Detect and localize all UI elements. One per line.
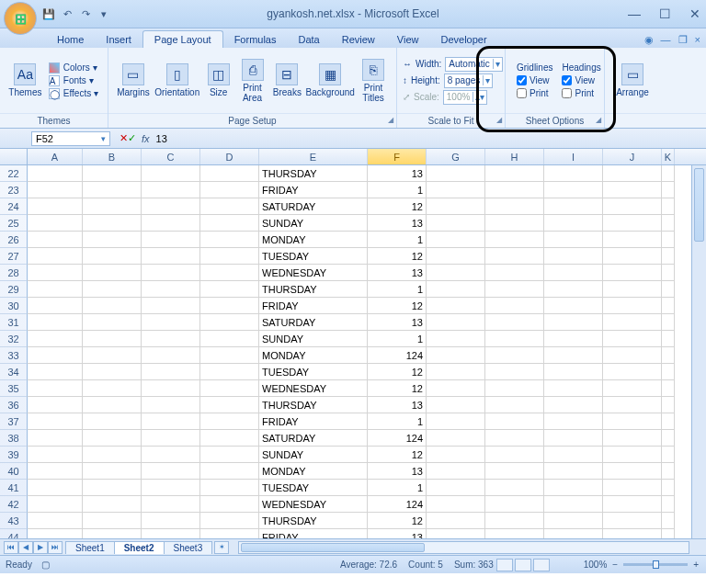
cancel-formula-icon[interactable]: ✕: [120, 132, 128, 144]
cell[interactable]: 12: [368, 513, 427, 529]
cell[interactable]: SATURDAY: [259, 314, 368, 331]
cell[interactable]: [485, 165, 544, 182]
column-header-C[interactable]: C: [142, 149, 200, 164]
enter-formula-icon[interactable]: ✓: [128, 132, 136, 144]
size-button[interactable]: ◫Size: [202, 63, 235, 97]
scroll-thumb[interactable]: [241, 543, 425, 552]
cell[interactable]: [200, 215, 259, 232]
tab-view[interactable]: View: [386, 31, 430, 48]
cell[interactable]: 13: [368, 463, 427, 480]
cell[interactable]: [603, 529, 662, 538]
cell[interactable]: [142, 298, 200, 314]
row-header[interactable]: 25: [0, 215, 28, 232]
cell[interactable]: [83, 463, 142, 480]
cell[interactable]: FRIDAY: [259, 298, 368, 314]
cell[interactable]: 13: [368, 529, 427, 538]
cell[interactable]: [662, 215, 675, 232]
row-header[interactable]: 41: [0, 480, 28, 496]
cell[interactable]: [544, 397, 603, 413]
cell[interactable]: MONDAY: [259, 463, 368, 480]
orientation-button[interactable]: ▯Orientation: [153, 63, 202, 97]
row-header[interactable]: 32: [0, 331, 28, 347]
cell[interactable]: [28, 331, 83, 347]
cell[interactable]: [544, 281, 603, 298]
cell[interactable]: [142, 529, 200, 538]
undo-icon[interactable]: ↶: [61, 7, 74, 20]
width-combo[interactable]: Automatic▾: [445, 57, 502, 72]
maximize-button[interactable]: ☐: [659, 6, 671, 21]
headings-view-checkbox[interactable]: View: [562, 75, 600, 85]
cell[interactable]: [427, 397, 485, 413]
cell[interactable]: [662, 380, 675, 397]
cell[interactable]: [427, 331, 485, 347]
dialog-launcher-icon[interactable]: ◢: [496, 116, 502, 124]
cell[interactable]: 1: [368, 232, 427, 248]
cell[interactable]: [200, 265, 259, 281]
cell[interactable]: [603, 380, 662, 397]
cell[interactable]: [142, 380, 200, 397]
cell[interactable]: [485, 331, 544, 347]
cell[interactable]: [603, 430, 662, 447]
cell[interactable]: SATURDAY: [259, 430, 368, 447]
cell[interactable]: [427, 496, 485, 513]
cell[interactable]: 1: [368, 480, 427, 496]
cell[interactable]: [544, 496, 603, 513]
cell[interactable]: [603, 496, 662, 513]
cell[interactable]: [200, 513, 259, 529]
name-box[interactable]: F52▾: [31, 131, 110, 146]
cell[interactable]: [662, 182, 675, 198]
cell[interactable]: [142, 165, 200, 182]
cell[interactable]: [83, 480, 142, 496]
page-break-view-button[interactable]: [533, 559, 550, 571]
cell[interactable]: [142, 513, 200, 529]
cell[interactable]: [28, 248, 83, 265]
cell[interactable]: [28, 447, 83, 463]
cell[interactable]: [662, 463, 675, 480]
cell[interactable]: [603, 347, 662, 364]
cell[interactable]: 124: [368, 430, 427, 447]
cell[interactable]: [142, 331, 200, 347]
zoom-slider[interactable]: [623, 563, 688, 566]
cell[interactable]: [485, 430, 544, 447]
cell[interactable]: [142, 447, 200, 463]
cell[interactable]: [83, 215, 142, 232]
cell[interactable]: [200, 198, 259, 215]
column-header-A[interactable]: A: [28, 149, 83, 164]
tab-data[interactable]: Data: [287, 31, 330, 48]
cell[interactable]: [485, 413, 544, 430]
minimize-button[interactable]: —: [628, 6, 641, 21]
new-sheet-button[interactable]: ✶: [214, 541, 229, 554]
cell[interactable]: [200, 380, 259, 397]
row-header[interactable]: 29: [0, 281, 28, 298]
cell[interactable]: [544, 447, 603, 463]
zoom-in-button[interactable]: +: [693, 560, 699, 570]
cell[interactable]: [427, 232, 485, 248]
office-button[interactable]: ⊞: [4, 2, 37, 35]
cell[interactable]: [28, 232, 83, 248]
cell[interactable]: [662, 232, 675, 248]
cell[interactable]: [544, 265, 603, 281]
cell[interactable]: 13: [368, 215, 427, 232]
cell[interactable]: THURSDAY: [259, 165, 368, 182]
cell[interactable]: [427, 513, 485, 529]
cell[interactable]: [83, 529, 142, 538]
print-titles-button[interactable]: ⎘Print Titles: [356, 59, 391, 103]
column-header-B[interactable]: B: [83, 149, 142, 164]
cell[interactable]: [544, 430, 603, 447]
cell[interactable]: 12: [368, 447, 427, 463]
cell[interactable]: [83, 248, 142, 265]
cell[interactable]: [200, 281, 259, 298]
cell[interactable]: [200, 430, 259, 447]
close-button[interactable]: ✕: [689, 6, 700, 21]
redo-icon[interactable]: ↷: [79, 7, 92, 20]
cell[interactable]: 1: [368, 281, 427, 298]
cell[interactable]: [662, 198, 675, 215]
row-header[interactable]: 35: [0, 380, 28, 397]
cell[interactable]: [28, 347, 83, 364]
cell[interactable]: [142, 480, 200, 496]
cell[interactable]: [603, 314, 662, 331]
cell[interactable]: THURSDAY: [259, 281, 368, 298]
cell[interactable]: [662, 281, 675, 298]
cell[interactable]: FRIDAY: [259, 413, 368, 430]
cell[interactable]: [427, 281, 485, 298]
